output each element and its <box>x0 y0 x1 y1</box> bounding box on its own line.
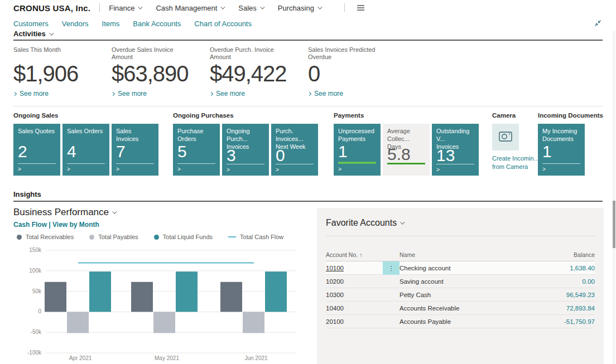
panel-divider <box>326 236 595 236</box>
cue-group-title: Ongoing Purchases <box>173 112 318 119</box>
cue-group-ongoing-sales: Ongoing Sales Sales Quotes 2 > Sales Ord… <box>13 112 158 176</box>
column-balance[interactable]: Balance <box>529 251 595 258</box>
chevron-right-icon: > <box>67 166 105 173</box>
kpi-sales-this-month[interactable]: Sales This Month $1,906 See more <box>13 46 112 98</box>
account-balance[interactable]: 72,893.84 <box>529 305 595 312</box>
table-header-row: Account No. ↑ Name Balance <box>326 248 595 261</box>
account-no-link[interactable]: 10300 <box>326 292 383 298</box>
account-no-link[interactable]: 10400 <box>326 305 383 312</box>
chevron-right-icon <box>209 92 213 96</box>
divider <box>344 3 345 12</box>
cue-group-incoming-documents: Incoming Documents My IncomingDocuments … <box>538 112 603 176</box>
see-more-link[interactable]: See more <box>210 90 308 98</box>
legend-dot-icon <box>17 235 22 240</box>
account-name: Checking account <box>400 265 529 271</box>
activities-header[interactable]: Activities <box>13 30 52 38</box>
nav-customers[interactable]: Customers <box>13 20 49 28</box>
account-balance[interactable]: 0.00 <box>529 278 595 285</box>
section-divider <box>13 40 603 41</box>
svg-text:May 2021: May 2021 <box>155 355 179 361</box>
camera-caption-link[interactable]: Create Incomin...from Camera <box>492 154 539 171</box>
account-no-link[interactable]: 10100 <box>326 265 383 271</box>
account-balance[interactable]: -51,750.97 <box>529 318 595 325</box>
nav-chart-of-accounts[interactable]: Chart of Accounts <box>194 20 252 28</box>
chevron-right-icon: > <box>177 166 215 173</box>
tile-sales-quotes[interactable]: Sales Quotes 2 > <box>13 124 60 176</box>
svg-text:-100k: -100k <box>27 350 42 356</box>
account-no-link[interactable]: 20100 <box>326 318 383 325</box>
favorite-accounts-header[interactable]: Favorite Accounts <box>326 218 595 228</box>
svg-text:0: 0 <box>38 308 41 314</box>
business-performance-header[interactable]: Business Performance <box>13 207 116 218</box>
chevron-down-icon <box>138 4 143 9</box>
account-no-link[interactable]: 10200 <box>326 278 383 285</box>
page-scrollbar-track[interactable] <box>613 31 615 364</box>
cue-group-title: Incoming Documents <box>538 112 603 119</box>
account-balance[interactable]: 1,638.40 <box>529 265 595 271</box>
kpi-sales-invoices-predicted[interactable]: Sales Invoices Predicted Overdue 0 See m… <box>308 46 406 98</box>
kpi-overdue-purch-invoice[interactable]: Overdue Purch. Invoice Amount $49,422 Se… <box>210 46 308 98</box>
chevron-down-icon <box>260 4 264 9</box>
tile-average-collection-days: Average Collec...Days 5.8 > <box>383 124 430 176</box>
cue-group-camera: Camera Create Incomin...from Camera <box>492 112 539 171</box>
favorite-accounts-table: Account No. ↑ Name Balance 10100 ⋮ Check… <box>326 248 595 328</box>
insights-header: Insights <box>13 190 41 198</box>
table-row[interactable]: 20100 Accounts Payable -51,750.97 <box>326 315 595 328</box>
svg-text:-50k: -50k <box>31 329 42 335</box>
menu-finance[interactable]: Finance <box>109 4 141 12</box>
chevron-right-icon: > <box>338 166 376 173</box>
table-row[interactable]: 10200 Saving account 0.00 <box>326 275 595 288</box>
kpi-overdue-sales-invoice[interactable]: Overdue Sales Invoice Amount $63,890 See… <box>112 46 210 98</box>
kpi-value: $63,890 <box>112 62 189 85</box>
legend-total-liquid-funds: Total Liquid Funds <box>154 234 213 240</box>
see-more-link[interactable]: See more <box>308 90 406 98</box>
account-name: Accounts Receivable <box>400 305 529 312</box>
page-scrollbar-thumb[interactable] <box>613 201 615 248</box>
tile-ongoing-purch-invoices[interactable]: Ongoing Purch...Invoices 3 > <box>222 124 269 176</box>
nav-vendors[interactable]: Vendors <box>62 20 89 28</box>
chevron-right-icon: > <box>116 166 154 173</box>
account-name: Petty Cash <box>400 292 529 298</box>
account-name: Accounts Payable <box>400 318 529 325</box>
row-menu-icon[interactable]: ⋮ <box>383 261 400 275</box>
collapse-icon[interactable] <box>594 19 601 29</box>
tile-sales-orders[interactable]: Sales Orders 4 > <box>62 124 109 176</box>
tile-my-incoming-documents[interactable]: My IncomingDocuments 1 > <box>538 124 585 176</box>
column-account-no[interactable]: Account No. ↑ <box>326 251 383 258</box>
tile-unprocessed-payments[interactable]: UnprocessedPayments 1 > <box>334 124 381 176</box>
menu-cash-management[interactable]: Cash Management <box>156 4 224 12</box>
table-row[interactable]: 10300 Petty Cash 96,549.23 <box>326 288 595 302</box>
top-nav-bar: CRONUS USA, Inc. Finance Cash Management… <box>13 0 364 16</box>
svg-text:50k: 50k <box>32 288 42 294</box>
cue-section-divider <box>13 106 603 106</box>
table-row[interactable]: 10400 Accounts Receivable 72,893.84 <box>326 302 595 315</box>
business-central-home: CRONUS USA, Inc. Finance Cash Management… <box>0 0 616 364</box>
account-name: Saving account <box>400 278 529 285</box>
tile-sales-invoices[interactable]: Sales Invoices 7 > <box>112 124 158 176</box>
chevron-right-icon: > <box>276 167 314 173</box>
tile-purchase-orders[interactable]: Purchase Orders 5 > <box>173 124 220 176</box>
nav-bank-accounts[interactable]: Bank Accounts <box>133 20 181 28</box>
legend-dot-icon <box>154 235 159 240</box>
chevron-down-icon <box>49 31 54 35</box>
kpi-value: 0 <box>308 62 340 85</box>
tile-purch-invoices-next-week[interactable]: Purch. Invoices...Next Week 0 > <box>271 124 318 176</box>
table-row[interactable]: 10100 ⋮ Checking account 1,638.40 <box>326 261 595 275</box>
section-divider <box>13 201 603 202</box>
hamburger-menu-icon[interactable] <box>357 4 364 12</box>
svg-text:100k: 100k <box>29 268 42 274</box>
camera-action-tile[interactable] <box>492 124 519 151</box>
tile-outstanding-vendor-invoices[interactable]: Outstanding V...Invoices 13 > <box>432 124 479 176</box>
column-name[interactable]: Name <box>400 251 529 258</box>
see-more-link[interactable]: See more <box>112 90 210 98</box>
nav-items[interactable]: Items <box>102 20 120 28</box>
see-more-link[interactable]: See more <box>13 90 112 98</box>
legend-dot-icon <box>89 235 94 240</box>
account-balance[interactable]: 96,549.23 <box>529 292 595 298</box>
cue-group-title: Payments <box>334 112 479 119</box>
menu-sales[interactable]: Sales <box>238 4 263 12</box>
chart-view-selector-link[interactable]: Cash Flow | View by Month <box>13 221 99 229</box>
cue-group-title: Ongoing Sales <box>13 112 158 119</box>
menu-purchasing[interactable]: Purchasing <box>278 4 321 12</box>
chevron-down-icon <box>112 209 117 213</box>
